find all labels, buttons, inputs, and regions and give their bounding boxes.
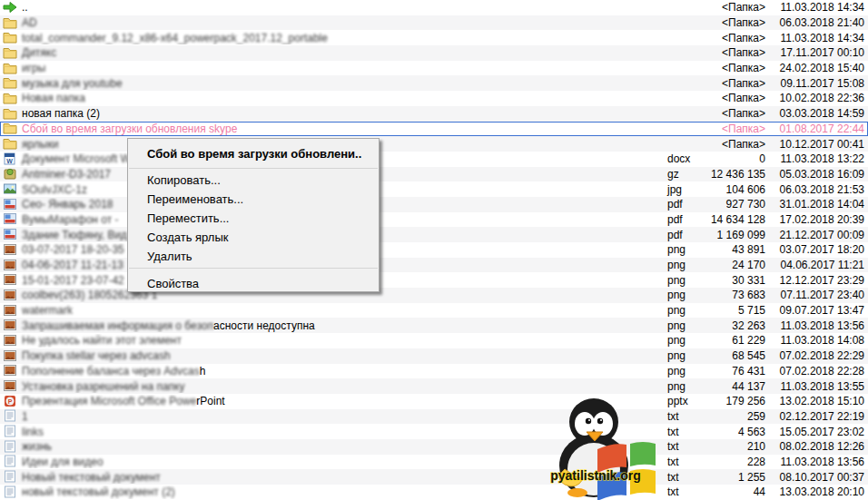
file-ext: txt xyxy=(646,410,699,423)
file-row[interactable]: 1txt25902.12.2017 22:19 xyxy=(0,409,868,425)
file-name-cell: links xyxy=(0,425,646,438)
file-size: 30 331 xyxy=(699,274,765,287)
file-name: AD xyxy=(22,16,37,29)
file-date: 10.02.2018 22:36 xyxy=(765,92,868,104)
file-ext: png xyxy=(646,289,699,301)
file-row[interactable]: AD<Папка>06.03.2018 21:40 xyxy=(0,15,868,31)
file-ext: png xyxy=(646,304,699,317)
svg-text:P: P xyxy=(8,398,13,405)
file-name: новый текстовый документ (2) xyxy=(22,485,175,498)
menu-item[interactable]: Переименовать... xyxy=(128,190,379,209)
menu-item[interactable]: Переместить... xyxy=(128,209,379,228)
file-row[interactable]: Новый текстовый документtxt1 25508.10.20… xyxy=(0,469,868,485)
menu-item[interactable]: Удалить xyxy=(128,247,379,266)
file-size: 12 436 135 xyxy=(699,168,765,181)
txt-icon xyxy=(3,485,18,499)
file-row[interactable]: новая папка (2)<Папка>03.03.2018 14:59 xyxy=(0,106,868,122)
file-size: 76 431 xyxy=(699,365,765,377)
file-row[interactable]: музыка для youtube<Папка>09.11.2017 15:0… xyxy=(0,75,868,91)
file-date: 11.03.2018 13:55 xyxy=(765,380,868,393)
file-row[interactable]: новый текстовый документ (2)txt4413.03.2… xyxy=(0,485,868,500)
file-row[interactable]: PПрезентация Microsoft Office PowerPoint… xyxy=(0,394,868,409)
file-date: 11.03.2018 13:56 xyxy=(765,319,868,332)
file-ext: png xyxy=(646,349,699,362)
file-size: 44 xyxy=(699,485,765,498)
menu-item[interactable]: Копировать... xyxy=(128,171,379,190)
folder-icon xyxy=(3,62,18,75)
png-thumb-icon xyxy=(3,364,18,377)
folder-size-placeholder: <Папка> xyxy=(699,16,765,29)
file-row[interactable]: Запрашиваемая информация о безопасности … xyxy=(0,318,868,333)
file-name-cell: Запрашиваемая информация о безопасности … xyxy=(0,319,646,332)
file-size: 43 891 xyxy=(699,243,765,256)
file-row[interactable]: Идеи для видеоtxt22811.03.2018 13:56 xyxy=(0,455,868,470)
file-date: 06.03.2018 21:40 xyxy=(765,16,868,29)
file-row[interactable]: Новая папка<Папка>10.02.2018 22:36 xyxy=(0,91,868,106)
file-row[interactable]: Установка разрешений на папкуpng44 13711… xyxy=(0,378,868,394)
txt-icon xyxy=(3,409,18,423)
file-ext: png xyxy=(646,334,699,347)
file-date: 24.02.2018 15:40 xyxy=(765,62,868,74)
png-thumb-icon xyxy=(3,319,18,332)
file-row[interactable]: Сбой во время загрузки обновления skype<… xyxy=(0,122,868,137)
folder-icon xyxy=(3,76,18,90)
file-name: новая папка (2) xyxy=(22,107,100,120)
file-row[interactable]: ..<Папка>11.03.2018 14:34 xyxy=(0,0,868,15)
menu-item-properties[interactable]: Свойства xyxy=(128,270,379,289)
file-ext: jpg xyxy=(646,183,699,196)
archive-icon xyxy=(3,167,18,181)
file-size: 1 169 099 xyxy=(699,229,765,241)
word-doc-icon: W xyxy=(3,152,18,166)
file-date: 05.03.2018 16:09 xyxy=(765,168,868,181)
file-row[interactable]: игры<Папка>24.02.2018 15:40 xyxy=(0,61,868,76)
file-ext: png xyxy=(646,319,699,332)
folder-icon xyxy=(3,122,18,135)
file-name-cell: Покупка stellar через advcash xyxy=(0,349,646,363)
file-name: ярлыки xyxy=(22,138,58,151)
file-name-cell: Не удалось найти этот элемент xyxy=(0,334,646,348)
file-name: links xyxy=(22,426,44,438)
context-menu-items: Копировать...Переименовать...Переместить… xyxy=(128,171,379,266)
file-row[interactable]: Не удалось найти этот элементpng61 22911… xyxy=(0,333,868,348)
file-date: 17.02.2018 20:39 xyxy=(765,213,868,226)
file-row[interactable]: Покупка stellar через advcashpng68 54507… xyxy=(0,348,868,364)
file-date: 04.06.2017 11:21 xyxy=(765,259,868,271)
file-size: 14 634 128 xyxy=(699,213,765,226)
file-name: 15-01-2017 23-07-42 xyxy=(22,274,124,287)
file-name: Не удалось найти этот элемент xyxy=(22,334,182,347)
file-name-cell: музыка для youtube xyxy=(0,76,646,90)
file-row[interactable]: total_commander_9.12_x86-x64_powerpack_2… xyxy=(0,30,868,45)
file-row[interactable]: linkstxt4 56315.05.2017 23:02 xyxy=(0,424,868,439)
file-ext: pptx xyxy=(646,395,699,407)
file-date: 01.08.2017 22:44 xyxy=(765,123,868,135)
file-name-clear-tail: h xyxy=(200,365,206,377)
file-ext: gz xyxy=(646,168,699,181)
folder-size-placeholder: <Папка> xyxy=(699,46,765,59)
file-name-cell: watermark xyxy=(0,304,646,318)
file-ext: png xyxy=(646,243,699,256)
file-name: Новая папка xyxy=(22,92,85,104)
file-size: 0 xyxy=(699,152,765,165)
folder-icon xyxy=(3,16,18,30)
file-ext: pdf xyxy=(646,213,699,226)
file-size: 73 683 xyxy=(699,289,765,301)
file-ext: txt xyxy=(646,471,699,484)
file-name-cell: Дитякс xyxy=(0,46,646,60)
file-row[interactable]: Дитякс<Папка>17.11.2017 00:10 xyxy=(0,45,868,61)
file-size: 259 xyxy=(699,410,765,423)
file-row[interactable]: Пополнение баланса через Advcashpng76 43… xyxy=(0,364,868,379)
menu-item[interactable]: Создать ярлык xyxy=(128,228,379,247)
file-ext: png xyxy=(646,259,699,271)
file-size: 61 229 xyxy=(699,334,765,347)
file-name: ВумыМарафон от - xyxy=(22,213,119,226)
png-thumb-icon xyxy=(3,334,18,348)
file-size: 228 xyxy=(699,456,765,468)
file-row[interactable]: watermarkpng5 71509.07.2017 13:47 xyxy=(0,303,868,319)
file-date: 09.07.2017 13:47 xyxy=(765,304,868,317)
file-name: музыка для youtube xyxy=(22,77,123,90)
file-name: Здание Тюфяну, Вид xyxy=(22,229,127,241)
file-date: 11.03.2018 13:22 xyxy=(765,152,868,165)
file-name: Дитякс xyxy=(22,46,56,59)
file-row[interactable]: жизньtxt21008.02.2018 12:26 xyxy=(0,439,868,455)
png-thumb-icon xyxy=(3,273,18,287)
